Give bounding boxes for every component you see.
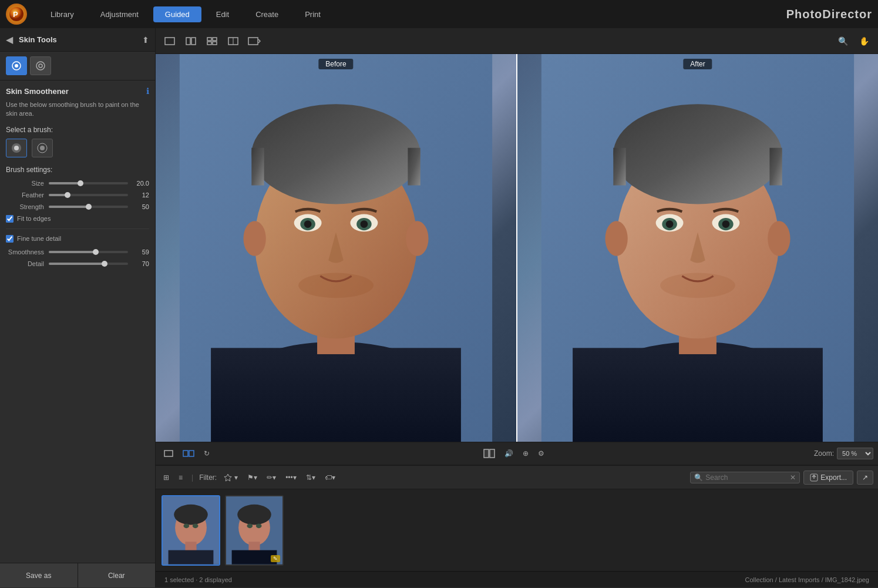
size-value: 20.0 [133, 180, 149, 187]
filter-more-button[interactable]: •••▾ [282, 470, 300, 485]
svg-rect-54 [164, 451, 173, 456]
thumbnail-2[interactable]: ✎ [225, 495, 284, 566]
fit-to-edges-label[interactable]: Fit to edges [17, 215, 51, 222]
feather-value: 12 [133, 191, 149, 199]
panel-export-icon[interactable]: ⬆ [142, 35, 149, 45]
svg-point-51 [605, 221, 627, 256]
search-box: 🔍 ✕ [690, 472, 800, 483]
svg-rect-44 [769, 148, 782, 186]
compare-button[interactable] [224, 33, 243, 49]
svg-point-35 [406, 221, 428, 256]
zoom-select[interactable]: 50 % 25 % 75 % 100 % [837, 448, 873, 459]
svg-point-3 [15, 64, 18, 68]
single-thumb-button[interactable] [160, 445, 177, 462]
search-clear-button[interactable]: ✕ [790, 473, 796, 482]
svg-rect-15 [207, 42, 211, 45]
svg-rect-16 [213, 42, 217, 45]
svg-rect-11 [186, 38, 190, 45]
export-button[interactable]: Export... [803, 471, 853, 485]
brush-option-feather[interactable] [32, 139, 53, 157]
svg-point-67 [184, 523, 190, 528]
filmstrip-content: ✎ [156, 489, 878, 571]
fine-tune-row: Fine tune detail [6, 235, 149, 243]
save-as-button[interactable]: Save as [0, 563, 78, 587]
center-area: 🔍 ✋ Before [156, 28, 878, 587]
nav-adjustment[interactable]: Adjustment [89, 6, 150, 22]
svg-rect-66 [169, 550, 214, 564]
before-label: Before [318, 59, 353, 69]
svg-point-68 [193, 523, 199, 528]
sort-button[interactable]: ⇅▾ [303, 470, 318, 485]
smoothness-thumb[interactable] [93, 249, 99, 255]
hand-mode-button[interactable]: ✋ [855, 33, 873, 49]
fit-to-edges-row: Fit to edges [6, 215, 149, 223]
zoom-control: Zoom: 50 % 25 % 75 % 100 % [814, 448, 873, 459]
feather-thumb[interactable] [65, 192, 70, 198]
svg-rect-39 [573, 348, 823, 442]
svg-point-50 [722, 220, 730, 228]
filter-pencil-button[interactable]: ✏▾ [264, 470, 279, 485]
thumb-img-2 [226, 496, 282, 565]
strength-label: Strength [6, 203, 44, 210]
svg-rect-13 [207, 38, 211, 41]
search-input[interactable] [705, 473, 788, 482]
smoothness-track [49, 251, 128, 253]
size-label: Size [6, 180, 44, 187]
brush-options [6, 139, 149, 157]
smoothness-label: Smoothness [6, 248, 44, 256]
clear-button[interactable]: Clear [78, 563, 156, 587]
size-thumb[interactable] [78, 180, 83, 186]
nav-create[interactable]: Create [244, 6, 290, 22]
info-icon[interactable]: ℹ [146, 86, 149, 96]
back-button[interactable]: ◀ [6, 34, 13, 45]
single-view-button[interactable] [160, 33, 179, 49]
filter-star-button[interactable]: ▾ [220, 470, 241, 485]
sound-button[interactable]: 🔊 [501, 445, 517, 462]
svg-point-71 [237, 504, 271, 525]
before-after-h-button[interactable] [181, 33, 200, 49]
svg-rect-22 [211, 348, 461, 442]
double-thumb-button[interactable] [179, 445, 198, 462]
fine-tune-label[interactable]: Fine tune detail [17, 235, 61, 242]
tags-button[interactable]: 🏷▾ [322, 470, 338, 485]
svg-point-53 [660, 273, 735, 298]
before-after-divider[interactable] [516, 54, 517, 442]
nav-print[interactable]: Print [293, 6, 332, 22]
eraser-tool-button[interactable] [30, 56, 51, 75]
feather-slider-row: Feather 12 [6, 191, 149, 199]
share-button[interactable]: ↗ [857, 471, 873, 485]
rotate-button[interactable]: ↻ [200, 445, 213, 462]
before-after-toggle[interactable] [480, 445, 499, 462]
brush-tool-button[interactable] [6, 56, 27, 75]
nav-guided[interactable]: Guided [153, 6, 201, 22]
detail-track [49, 263, 128, 265]
zoom-mode-button[interactable]: 🔍 [833, 33, 852, 49]
thumbnail-1[interactable] [162, 495, 220, 566]
thumb-img-1 [163, 496, 219, 565]
detail-thumb[interactable] [102, 261, 107, 267]
strength-thumb[interactable] [86, 204, 92, 210]
size-fill [49, 182, 80, 184]
filmstrip-list-button[interactable]: ≡ [176, 470, 186, 485]
strength-track [49, 206, 128, 208]
strength-value: 50 [133, 203, 149, 210]
grid-view-button[interactable] [203, 33, 221, 49]
smoothness-value: 59 [133, 248, 149, 256]
filter-label: Filter: [199, 473, 217, 482]
settings-button[interactable]: ⚙ [534, 445, 548, 462]
nav-library[interactable]: Library [39, 6, 86, 22]
filmstrip-grid-button[interactable]: ⊞ [160, 470, 172, 485]
fine-tune-checkbox[interactable] [6, 235, 14, 243]
filmstrip-area: ⊞ ≡ | Filter: ▾ ⚑▾ ✏▾ •••▾ ⇅▾ 🏷▾ 🔍 ✕ [156, 465, 878, 571]
adjust-button[interactable]: ⊕ [519, 445, 532, 462]
svg-point-25 [251, 104, 420, 204]
panel-divider [6, 229, 149, 229]
app-logo[interactable]: P [6, 4, 27, 25]
nav-edit[interactable]: Edit [204, 6, 241, 22]
select-brush-label: Select a brush: [6, 126, 149, 134]
fit-to-edges-checkbox[interactable] [6, 215, 14, 223]
filter-flag-button[interactable]: ⚑▾ [244, 470, 260, 485]
overlay-button[interactable] [245, 33, 264, 49]
after-panel: After [517, 54, 878, 442]
brush-option-normal[interactable] [6, 139, 27, 157]
